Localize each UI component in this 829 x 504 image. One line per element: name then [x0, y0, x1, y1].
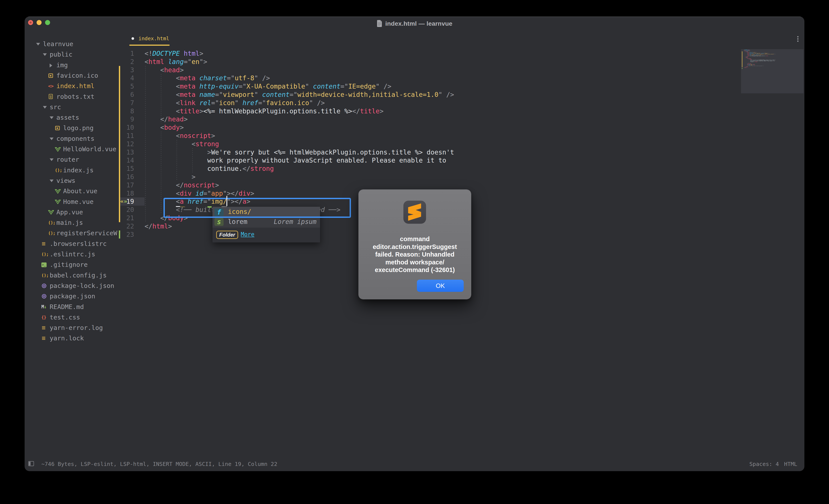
- status-info: ~746 Bytes, LSP-eslint, LSP-html, INSERT…: [41, 458, 277, 471]
- sidebar-item-src[interactable]: src: [25, 102, 119, 113]
- line-number: 23: [107, 230, 134, 239]
- sidebar-item-index-html[interactable]: <>index.html: [25, 81, 119, 91]
- sidebar-item-learnvue[interactable]: learnvue: [25, 39, 119, 49]
- line-number: 5: [107, 82, 134, 90]
- title-group: index.html — learnvue: [25, 16, 804, 31]
- minimap-diff-modified: [742, 51, 742, 67]
- chevron-down-icon[interactable]: [50, 116, 53, 119]
- code-line: </noscript>: [145, 181, 454, 189]
- code-line: <meta charset="utf-8" />: [145, 74, 454, 82]
- sidebar-item-home-vue[interactable]: Home.vue: [25, 196, 119, 207]
- chevron-right-icon[interactable]: [50, 64, 52, 68]
- sidebar-item-label: package.json: [50, 291, 95, 302]
- completion-item-lorem[interactable]: sloremLorem ipsum: [213, 217, 320, 228]
- modified-dot-icon: [132, 37, 134, 40]
- title-bar[interactable]: index.html — learnvue: [25, 16, 804, 31]
- sidebar-item-helloworld-vue[interactable]: HelloWorld.vue: [25, 144, 119, 155]
- sidebar-item-views[interactable]: views: [25, 176, 119, 186]
- sidebar-item--eslintrc-js[interactable]: ();.eslintrc.js: [25, 249, 119, 260]
- status-bar: ~746 Bytes, LSP-eslint, LSP-html, INSERT…: [25, 458, 804, 471]
- sidebar-item-assets[interactable]: assets: [25, 112, 119, 123]
- ok-button[interactable]: OK: [417, 280, 464, 292]
- sidebar-item-package-lock-json[interactable]: package-lock.json: [25, 280, 119, 291]
- sidebar-item-yarn-error-log[interactable]: yarn-error.log: [25, 322, 119, 333]
- sidebar-item-label: public: [50, 49, 72, 60]
- chevron-down-icon[interactable]: [50, 138, 53, 140]
- completion-kind-chip: Folder: [216, 231, 238, 239]
- sidebar-item-about-vue[interactable]: About.vue: [25, 186, 119, 196]
- code-line: <title><%= htmlWebpackPlugin.options.tit…: [145, 107, 454, 115]
- line-number: 7: [107, 99, 134, 107]
- sidebar-item-test-css[interactable]: {}test.css: [25, 312, 119, 323]
- line-number-gutter: 1234567891011121314151617181920212223: [107, 49, 134, 238]
- chevron-down-icon[interactable]: [43, 53, 47, 56]
- sidebar-item-registerservicew[interactable]: ();registerServiceW: [25, 228, 119, 238]
- chevron-down-icon[interactable]: [36, 43, 40, 45]
- sidebar-item-img[interactable]: img: [25, 60, 119, 71]
- sidebar-item--gitignore[interactable]: >_.gitignore: [25, 260, 119, 270]
- sidebar-item-label: App.vue: [57, 207, 83, 218]
- line-number: 21: [107, 214, 134, 222]
- diff-inline-dots: [180, 206, 185, 207]
- sidebar-item-label: src: [50, 102, 61, 113]
- tab-label: index.html: [139, 35, 169, 42]
- sidebar-item-label: README.md: [50, 302, 84, 312]
- sidebar-item-public[interactable]: public: [25, 49, 119, 60]
- dialog-message: commandeditor.action.triggerSuggestfaile…: [363, 235, 467, 274]
- status-indent[interactable]: Spaces: 4: [749, 458, 779, 471]
- js-file-icon: ();: [41, 270, 48, 281]
- status-syntax[interactable]: HTML: [784, 458, 797, 471]
- minimap[interactable]: <!DOCTYPE html><html lang="en"> <head> <…: [741, 49, 803, 93]
- sidebar-item-readme-md[interactable]: M↓README.md: [25, 302, 119, 312]
- sidebar-item-babel-config-js[interactable]: ();babel.config.js: [25, 270, 119, 281]
- sidebar-item-app-vue[interactable]: App.vue: [25, 207, 119, 218]
- js-file-icon: ();: [48, 218, 55, 228]
- line-number: 15: [107, 164, 134, 173]
- annotation-highlight-box: [164, 198, 351, 218]
- sidebar-item-index-js[interactable]: ();index.js: [25, 165, 119, 176]
- sidebar-item-label: Home.vue: [63, 196, 94, 207]
- sidebar-item-yarn-lock[interactable]: yarn.lock: [25, 333, 119, 344]
- sidebar-file-tree[interactable]: learnvuepublicimgfavicon.ico<>index.html…: [25, 31, 119, 458]
- sidebar-item-router[interactable]: router: [25, 154, 119, 165]
- chevron-down-icon[interactable]: [50, 158, 53, 161]
- sidebar-item-components[interactable]: components: [25, 133, 119, 144]
- completion-more-link[interactable]: More: [241, 231, 254, 238]
- sidebar-item-main-js[interactable]: ();main.js: [25, 218, 119, 228]
- sidebar-item-label: robots.txt: [57, 91, 95, 102]
- sidebar-item--browserslistrc[interactable]: .browserslistrc: [25, 238, 119, 249]
- sidebar-item-label: .browserslistrc: [50, 238, 107, 249]
- line-number: 13: [107, 148, 134, 156]
- css-file-icon: {}: [41, 312, 46, 323]
- code-line: <body>: [145, 123, 454, 132]
- chevron-down-icon[interactable]: [43, 106, 47, 109]
- line-number: 6: [107, 90, 134, 99]
- html-file-icon: <>: [48, 81, 53, 91]
- code-line: <html lang="en">: [145, 58, 454, 66]
- line-number: 19: [107, 197, 134, 206]
- text-file-icon: [48, 91, 53, 102]
- sidebar-item-label: router: [57, 154, 79, 165]
- sidebar-item-package-json[interactable]: package.json: [25, 291, 119, 302]
- code-line: <noscript>: [145, 132, 454, 140]
- code-line: <meta name="viewport" content="width=dev…: [145, 90, 454, 99]
- chevron-down-icon[interactable]: [50, 180, 53, 182]
- sidebar-item-logo-png[interactable]: logo.png: [25, 123, 119, 133]
- completion-docs-panel: Folder More: [213, 228, 320, 242]
- sidebar-toggle-icon[interactable]: [28, 461, 34, 466]
- line-number: 2: [107, 58, 134, 66]
- line-number: 1: [107, 49, 134, 58]
- sidebar-item-robots-txt[interactable]: robots.txt: [25, 91, 119, 102]
- sidebar-item-label: index.js: [63, 165, 94, 176]
- line-number: 8: [107, 107, 134, 115]
- json-file-icon: [41, 291, 47, 302]
- sidebar-item-favicon-ico[interactable]: favicon.ico: [25, 70, 119, 81]
- line-number: 17: [107, 181, 134, 189]
- tab-overflow-menu-icon[interactable]: [796, 36, 800, 43]
- text-cursor: [226, 196, 227, 206]
- line-number: 18: [107, 189, 134, 198]
- js-file-icon: ();: [48, 228, 55, 238]
- sidebar-item-label: .gitignore: [50, 260, 88, 270]
- line-number: 3: [107, 66, 134, 74]
- sidebar-item-label: package-lock.json: [50, 280, 114, 291]
